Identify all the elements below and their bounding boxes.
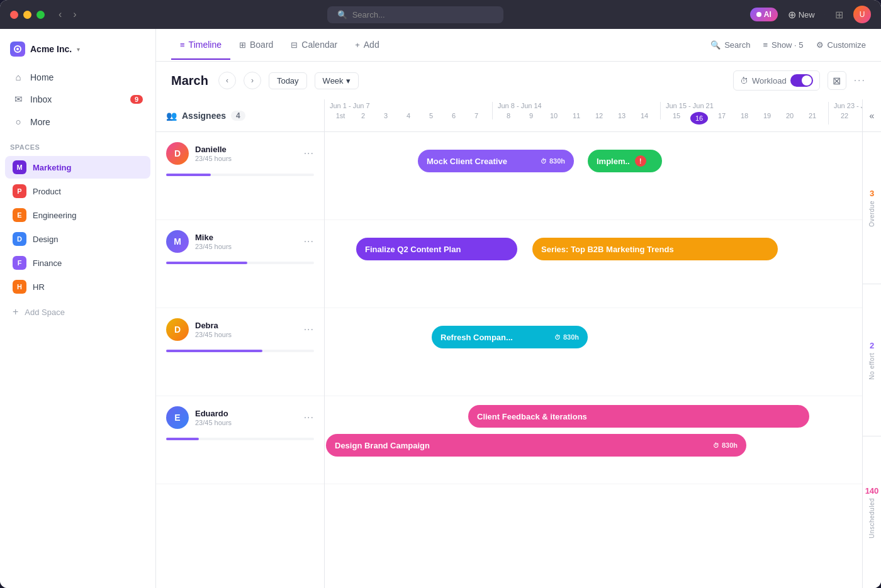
main-layout: Acme Inc. ▾ ⌂ Home ✉ Inbox 9 ○ More Spa [0, 29, 881, 588]
search-icon: 🔍 [337, 10, 347, 19]
assignee-info-debra: D Debra 23/45 hours ··· [166, 318, 314, 341]
progress-fill-mike [166, 262, 247, 264]
sidebar-item-inbox[interactable]: ✉ Inbox 9 [5, 89, 150, 110]
avatar-debra: D [166, 318, 189, 341]
workspace-header[interactable]: Acme Inc. ▾ [0, 36, 155, 67]
day-2: 2 [352, 112, 374, 119]
assignee-menu-mike[interactable]: ··· [304, 236, 314, 247]
minimize-button[interactable] [23, 11, 31, 19]
space-item-product[interactable]: P Product [5, 180, 150, 202]
task-series-b2b[interactable]: Series: Top B2B Marketing Trends [532, 238, 778, 260]
add-space-button[interactable]: + Add Space [5, 302, 150, 322]
day-6: 6 [443, 112, 464, 119]
workspace-name: Acme Inc. [30, 44, 72, 54]
maximize-button[interactable] [36, 11, 45, 19]
assignee-hours-debra: 23/45 hours [195, 331, 298, 338]
day-18: 18 [734, 112, 755, 125]
space-item-engineering[interactable]: E Engineering [5, 204, 150, 226]
avatar-mike: M [166, 230, 189, 253]
collapse-panel-button[interactable]: « [863, 99, 881, 132]
week-dropdown[interactable]: Week ▾ [315, 72, 359, 89]
timeline-grid: Jun 1 - Jun 7 1st 2 3 4 5 6 7 [325, 99, 862, 588]
workload-icon: ⏱ [740, 76, 748, 86]
workload-toggle[interactable] [790, 74, 813, 87]
user-avatar[interactable]: U [853, 6, 871, 23]
search-action-label: Search [724, 40, 750, 50]
space-item-hr[interactable]: H HR [5, 275, 150, 298]
space-label-finance: Finance [33, 258, 62, 268]
hours-icon: ⏱ [541, 158, 547, 165]
task-refresh-company[interactable]: Refresh Compan... ⏱ 830h [432, 326, 588, 348]
ai-badge[interactable]: AI [750, 8, 778, 21]
timeline-header-right: ⏱ Workload ⊠ ··· [733, 70, 866, 91]
space-label-marketing: Marketing [33, 163, 71, 172]
global-search-bar[interactable]: 🔍 Search... [327, 6, 503, 23]
assignee-menu-eduardo[interactable]: ··· [304, 412, 314, 423]
search-action[interactable]: 🔍 Search [710, 40, 750, 50]
overdue-section[interactable]: 3 Overdue [863, 132, 881, 284]
task-design-brand[interactable]: Design Brand Campaign ⏱ 830h [326, 434, 746, 457]
week-label-3: Jun 15 - Jun 21 [666, 102, 823, 109]
week-group-2: Jun 8 - Jun 14 8 9 10 11 12 13 14 [493, 102, 661, 119]
week-label: Week [323, 76, 344, 86]
assignees-icon: 👥 [166, 111, 177, 121]
workspace-logo [10, 42, 25, 57]
sidebar-item-more[interactable]: ○ More [5, 111, 150, 132]
task-finalize-q2[interactable]: Finalize Q2 Content Plan [356, 238, 517, 260]
space-dot-product: P [13, 184, 26, 198]
task-label: Client Feedback & iterations [477, 412, 587, 421]
add-tab-icon: + [355, 40, 360, 50]
close-button[interactable] [10, 11, 18, 19]
workload-button[interactable]: ⏱ Workload [733, 70, 820, 91]
unscheduled-label: Unscheduled [868, 498, 875, 538]
day-10: 10 [543, 112, 564, 119]
tab-bar-actions: 🔍 Search ≡ Show · 5 ⚙ Customize [710, 40, 866, 50]
overdue-count: 3 [870, 189, 874, 198]
day-1st: 1st [330, 112, 351, 119]
prev-month-button[interactable]: ‹ [218, 72, 236, 89]
task-client-feedback[interactable]: Client Feedback & iterations [468, 405, 809, 428]
nav-inbox-label: Inbox [30, 94, 52, 104]
customize-icon: ⚙ [816, 40, 824, 50]
day-19: 19 [756, 112, 778, 125]
unscheduled-count: 140 [865, 486, 879, 496]
space-item-design[interactable]: D Design [5, 228, 150, 250]
show-label: Show · 5 [772, 40, 804, 50]
task-implement[interactable]: Implem.. ! [588, 150, 662, 172]
back-button[interactable]: ‹ [55, 8, 65, 21]
grid-icon[interactable]: ⊞ [835, 9, 843, 21]
new-button[interactable]: ⊕ New [788, 9, 815, 21]
next-month-button[interactable]: › [244, 72, 261, 89]
today-button[interactable]: Today [269, 72, 307, 89]
window-controls [10, 11, 45, 19]
filter-button[interactable]: ⊠ [828, 71, 846, 90]
day-22: 22 [834, 112, 855, 119]
spaces-section-title: Spaces [0, 133, 155, 156]
day-23: 23 [856, 112, 862, 119]
tab-timeline[interactable]: ≡ Timeline [171, 31, 230, 60]
task-mock-client-creative[interactable]: Mock Client Creative ⏱ 830h [418, 150, 574, 172]
no-effort-section[interactable]: 2 No effort [863, 284, 881, 436]
timeline-header: March ‹ › Today Week ▾ ⏱ Workload [156, 62, 881, 99]
assignee-menu-debra[interactable]: ··· [304, 324, 314, 335]
space-item-finance[interactable]: F Finance [5, 252, 150, 274]
customize-action[interactable]: ⚙ Customize [816, 40, 866, 50]
board-tab-icon: ⊞ [239, 40, 246, 50]
assignee-details-debra: Debra 23/45 hours [195, 321, 298, 338]
forward-button[interactable]: › [69, 8, 80, 21]
show-action[interactable]: ≡ Show · 5 [763, 40, 803, 50]
sidebar-item-home[interactable]: ⌂ Home [5, 67, 150, 87]
tab-calendar-label: Calendar [301, 40, 337, 50]
content-area: ≡ Timeline ⊞ Board ⊟ Calendar + Add [156, 29, 881, 588]
task-label: Refresh Compan... [441, 333, 513, 342]
task-label: Series: Top B2B Marketing Trends [541, 245, 674, 254]
day-13: 13 [611, 112, 632, 119]
task-label: Design Brand Campaign [335, 441, 430, 450]
space-item-marketing[interactable]: M Marketing [5, 156, 150, 179]
tab-calendar[interactable]: ⊟ Calendar [282, 31, 346, 60]
tab-board[interactable]: ⊞ Board [230, 31, 282, 60]
assignee-menu-danielle[interactable]: ··· [304, 148, 314, 159]
unscheduled-section[interactable]: 140 Unscheduled [863, 436, 881, 588]
tab-add[interactable]: + Add [346, 31, 388, 60]
more-options-icon[interactable]: ··· [854, 75, 866, 86]
